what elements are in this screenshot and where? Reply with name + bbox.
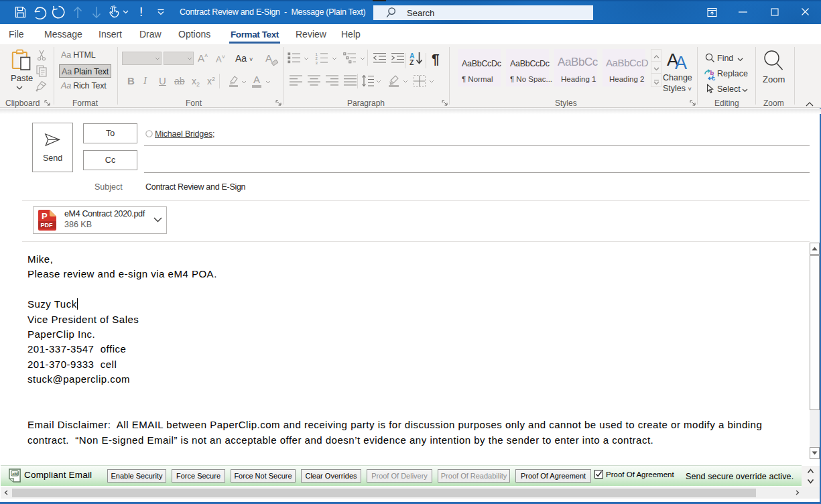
svg-text:P: P — [42, 211, 48, 221]
svg-text:eM: eM — [12, 471, 18, 476]
svg-text:PDF: PDF — [41, 222, 54, 229]
